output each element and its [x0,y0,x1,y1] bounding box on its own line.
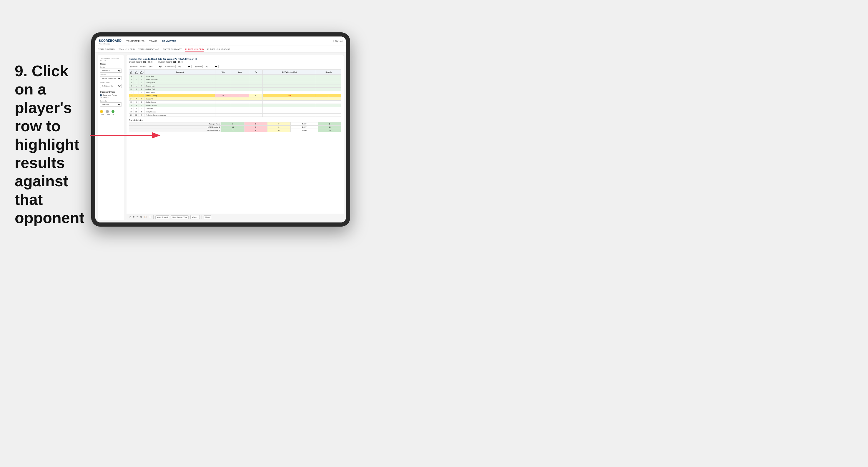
clock-icon[interactable]: 🕐 [149,216,152,218]
conference-select[interactable]: (All) [175,65,191,68]
cell-tie [249,81,262,85]
paste-icon[interactable]: 📋 [144,216,147,218]
cell-conf: 5 [138,101,145,104]
cell-rounds [316,81,341,85]
sub-nav-team-h2h-heatmap[interactable]: TEAM H2H HEATMAP [138,48,159,52]
sign-out-link[interactable]: Sign out [335,40,342,42]
sub-nav-team-summary[interactable]: TEAM SUMMARY [98,48,115,52]
sidebar-division-label: Division [100,74,122,75]
sub-nav-player-summary[interactable]: PLAYER SUMMARY [163,48,182,52]
sidebar-colour-by-select[interactable]: Win/loss [100,102,122,106]
sidebar-player-rank-select[interactable]: 8. Katelyn Vo [100,84,122,88]
redo-icon[interactable]: ↻ [133,216,135,218]
table-row[interactable]: 13 1 Jessica Huang 0 1 0 -3.00 2 [129,94,341,97]
cell-reg: 9 [133,104,138,107]
th-rounds: Rounds [316,70,341,75]
cell-loss [231,114,249,117]
bottom-toolbar: ↩ ↻ ↷ ⧉ 📋 🕐 View: Original Save Custom V… [126,214,344,220]
cell-rounds [316,91,341,94]
cell-conf [138,94,145,97]
sidebar-division-select[interactable]: NCAA Division III [100,76,122,80]
out-div-loss: 0 [244,129,267,132]
cell-conf: 3 [138,88,145,91]
cell-loss [231,104,249,107]
cell-diff [263,111,316,114]
cell-diff [263,75,316,78]
cell-rounds [316,107,341,111]
share-btn[interactable]: Share [204,215,211,219]
cell-conf: 2 [138,78,145,81]
cell-reg: 2 [133,107,138,111]
out-div-row[interactable]: NAIA Division 1 15 0 0 9.267 30 [129,126,341,129]
table-row[interactable]: 3 1 Esther Lee [129,75,341,78]
forward-icon[interactable]: ↷ [136,216,138,218]
th-diff: Diff Av Strokes/Rnd [263,70,316,75]
conference-filter-group: Conference (All) [165,65,191,68]
undo-icon[interactable]: ↩ [129,216,131,218]
out-div-row[interactable]: NCAA Division 2 5 0 0 7.400 10 [129,129,341,132]
cell-win [215,97,231,101]
cell-reg: 1 [133,81,138,85]
nav-items: TOURNAMENTS TEAMS COMMITTEE [126,39,333,43]
table-row[interactable]: 18 2 2 Euna Lee [129,107,341,111]
view-original-btn[interactable]: View: Original [155,215,169,219]
radio-top100[interactable]: Top 100 [100,96,122,98]
cell-reg: 10 [133,111,138,114]
sub-nav-player-h2h-grid[interactable]: PLAYER H2H GRID [185,48,204,52]
out-div-rounds: 2 [318,122,341,126]
cell-opponent: Jessica Mason [145,104,215,107]
watch-btn[interactable]: Watch ▾ [190,215,199,219]
opponent-filter-group: Opponent (All) [194,65,219,68]
table-row[interactable]: 6 1 3 Sydney Kuo [129,81,341,85]
save-custom-view-btn[interactable]: Save Custom View [171,215,189,219]
nav-tournaments[interactable]: TOURNAMENTS [126,39,145,43]
table-row[interactable]: 5 2 2 Alexis Sudjianto [129,78,341,81]
cell-reg: 6 [133,88,138,91]
tablet-screen: SCOREBOARD Powered by clippi TOURNAMENTS… [95,36,346,222]
copy-icon[interactable]: ⧉ [141,216,142,219]
table-row[interactable]: 14 7 4 Eunice Yi [129,97,341,101]
out-div-diff: 9.267 [290,126,318,129]
cell-div: 16 [129,104,134,107]
region-select[interactable]: (All) [147,65,163,68]
table-row[interactable]: 13 1 1 Haejo Hyun [129,91,341,94]
cell-diff [263,107,316,111]
sidebar: Last Updated: 27/03/2024 16:55:38 Player… [98,55,124,220]
nav-teams[interactable]: TEAMS [149,39,157,43]
table-row[interactable]: 20 11 7 Federica Domecq Lacroze [129,114,341,117]
h2h-table: # Div # Reg # Conf Opponent Win Loss Tie… [129,69,341,117]
table-row[interactable]: 10 6 3 Andrea York [129,88,341,91]
table-row[interactable]: 15 8 5 Stella Cheng [129,101,341,104]
cell-opponent: Sharon Mun [145,85,215,88]
sub-nav: TEAM SUMMARY TEAM H2H GRID TEAM H2H HEAT… [95,46,346,53]
legend-level-dot [106,110,109,113]
sidebar-gender-select[interactable]: Women's [100,68,122,73]
table-row[interactable]: 9 1 4 Sharon Mun [129,85,341,88]
sub-nav-player-h2h-heatmap[interactable]: PLAYER H2H HEATMAP [207,48,230,52]
out-div-tie: 0 [268,129,290,132]
cell-win [215,81,231,85]
cell-loss [231,75,249,78]
opponent-select[interactable]: (All) [203,65,219,68]
sub-nav-team-h2h-grid[interactable]: TEAM H2H GRID [119,48,135,52]
cell-loss [231,97,249,101]
out-div-name: Foreign Team [129,122,221,126]
logo-area: SCOREBOARD Powered by clippi [99,38,122,45]
table-row[interactable]: 16 9 1 Jessica Mason [129,104,341,107]
cell-tie [249,107,262,111]
table-row[interactable]: 19 10 6 Emily Chang [129,111,341,114]
legend-up: Up [112,110,115,115]
out-div-row[interactable]: Foreign Team 1 0 0 4.500 2 [129,122,341,126]
cell-rounds [316,101,341,104]
out-div-tie: 0 [268,122,290,126]
radio-opponents-played[interactable]: Opponents Played [100,94,122,96]
cell-opponent: Andrea York [145,88,215,91]
cell-loss [231,107,249,111]
radio-dot-2 [100,96,102,98]
cell-conf: 2 [138,107,145,111]
nav-committee[interactable]: COMMITTEE [162,39,176,43]
cell-diff: -3.00 [263,94,316,97]
cell-rounds [316,114,341,117]
cell-div: 9 [129,85,134,88]
cell-tie: 0 [249,94,262,97]
